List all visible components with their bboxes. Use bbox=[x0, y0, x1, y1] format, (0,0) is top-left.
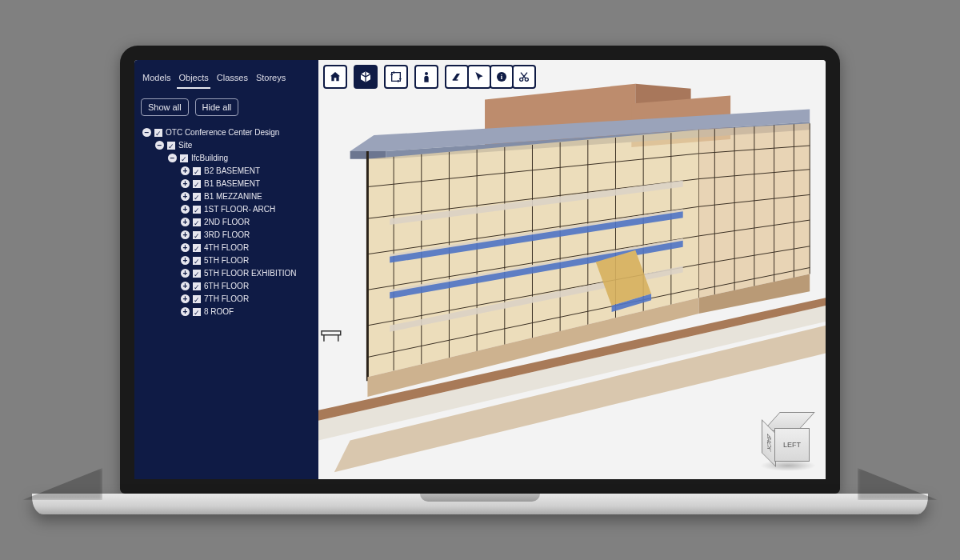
checkbox[interactable] bbox=[193, 270, 201, 278]
viewport-toolbar: i bbox=[323, 65, 536, 89]
svg-point-0 bbox=[425, 72, 428, 75]
tree-node-storey[interactable]: +8 ROOF bbox=[181, 306, 314, 318]
section-button[interactable] bbox=[384, 65, 408, 89]
visibility-actions: Show all Hide all bbox=[134, 90, 318, 122]
show-all-button[interactable]: Show all bbox=[141, 98, 189, 116]
checkbox[interactable] bbox=[193, 193, 201, 201]
checkbox[interactable] bbox=[193, 206, 201, 214]
checkbox[interactable] bbox=[193, 244, 201, 252]
tree-node-storey[interactable]: +6TH FLOOR bbox=[181, 280, 314, 292]
info-icon: i bbox=[495, 70, 508, 83]
expand-icon[interactable]: + bbox=[181, 179, 190, 188]
checkbox[interactable] bbox=[193, 257, 201, 265]
nav-cube-shadow bbox=[760, 460, 816, 471]
hide-all-button[interactable]: Hide all bbox=[195, 98, 239, 116]
expand-icon[interactable]: + bbox=[181, 282, 190, 290]
laptop-mockup: Models Objects Classes Storeys Show all … bbox=[120, 46, 840, 514]
home-button[interactable] bbox=[323, 65, 347, 89]
node-label: 8 ROOF bbox=[204, 306, 234, 318]
laptop-screen: Models Objects Classes Storeys Show all … bbox=[120, 46, 840, 494]
expand-icon[interactable]: + bbox=[181, 256, 190, 265]
checkbox[interactable] bbox=[193, 282, 201, 290]
fit-view-button[interactable] bbox=[354, 65, 378, 89]
checkbox[interactable] bbox=[193, 167, 201, 175]
checkbox[interactable] bbox=[154, 129, 162, 137]
node-label: B2 BASEMENT bbox=[204, 165, 260, 177]
node-label: 3RD FLOOR bbox=[204, 229, 250, 241]
select-icon bbox=[473, 70, 486, 83]
node-label: 1ST FLOOR- ARCH bbox=[204, 203, 275, 215]
checkbox[interactable] bbox=[193, 180, 201, 188]
node-label: Site bbox=[178, 139, 192, 151]
tree-node-storey[interactable]: +B1 BASEMENT bbox=[181, 178, 314, 190]
storeys-list: +B2 BASEMENT+B1 BASEMENT+B1 MEZZANINE+1S… bbox=[141, 165, 314, 318]
tree-node-root[interactable]: − OTC Conference Center Design bbox=[142, 126, 314, 138]
expand-icon[interactable]: + bbox=[181, 307, 190, 316]
collapse-icon[interactable]: − bbox=[142, 128, 151, 137]
section-plane-icon bbox=[390, 70, 402, 83]
checkbox[interactable] bbox=[167, 142, 175, 150]
nav-cube[interactable]: BACK LEFT bbox=[763, 412, 814, 463]
tab-models[interactable]: Models bbox=[141, 70, 172, 89]
checkbox[interactable] bbox=[193, 295, 201, 303]
checkbox[interactable] bbox=[193, 308, 201, 316]
tree-node-storey[interactable]: +1ST FLOOR- ARCH bbox=[181, 203, 314, 215]
expand-icon[interactable]: + bbox=[181, 269, 190, 278]
tree-node-site[interactable]: − Site bbox=[155, 139, 314, 151]
expand-icon[interactable]: + bbox=[181, 192, 190, 201]
laptop-hinge-notch bbox=[420, 494, 540, 502]
tree-node-storey[interactable]: +3RD FLOOR bbox=[181, 229, 314, 241]
tree-node-storey[interactable]: +5TH FLOOR EXHIBITION bbox=[181, 267, 314, 279]
collapse-icon[interactable]: − bbox=[155, 141, 164, 150]
expand-icon[interactable]: + bbox=[181, 294, 190, 303]
first-person-icon bbox=[420, 70, 433, 83]
tree-node-storey[interactable]: +B1 MEZZANINE bbox=[181, 190, 314, 202]
node-label: IfcBuilding bbox=[191, 152, 228, 164]
node-label: 5TH FLOOR bbox=[204, 254, 249, 266]
expand-icon[interactable]: + bbox=[181, 205, 190, 214]
tab-storeys[interactable]: Storeys bbox=[254, 70, 287, 89]
node-label: OTC Conference Center Design bbox=[166, 126, 279, 138]
tree-node-storey[interactable]: +7TH FLOOR bbox=[181, 293, 314, 305]
sidebar-panel: Models Objects Classes Storeys Show all … bbox=[134, 60, 318, 479]
checkbox[interactable] bbox=[193, 218, 201, 226]
hide-icon bbox=[450, 70, 463, 83]
cube-icon bbox=[359, 70, 372, 83]
checkbox[interactable] bbox=[180, 154, 188, 162]
tab-classes[interactable]: Classes bbox=[215, 70, 250, 89]
tree-node-storey[interactable]: +B2 BASEMENT bbox=[181, 165, 314, 177]
tree-node-storey[interactable]: +2ND FLOOR bbox=[181, 216, 314, 228]
viewport-3d[interactable]: i bbox=[318, 60, 826, 479]
laptop-base bbox=[32, 494, 928, 514]
bim-viewer-app: Models Objects Classes Storeys Show all … bbox=[134, 60, 826, 479]
building-render bbox=[318, 60, 826, 479]
node-label: 2ND FLOOR bbox=[204, 216, 250, 228]
tree-node-storey[interactable]: +4TH FLOOR bbox=[181, 242, 314, 254]
select-button[interactable] bbox=[467, 65, 491, 89]
webcam-dot bbox=[477, 51, 483, 58]
object-tree: − OTC Conference Center Design − Site − … bbox=[134, 122, 318, 323]
cut-button[interactable] bbox=[512, 65, 536, 89]
info-button[interactable]: i bbox=[490, 65, 514, 89]
cut-icon bbox=[518, 70, 530, 83]
node-label: B1 BASEMENT bbox=[204, 178, 260, 190]
node-label: 7TH FLOOR bbox=[204, 293, 249, 305]
node-label: 5TH FLOOR EXHIBITION bbox=[204, 267, 297, 279]
first-person-button[interactable] bbox=[414, 65, 438, 89]
node-label: 4TH FLOOR bbox=[204, 242, 249, 254]
expand-icon[interactable]: + bbox=[181, 218, 190, 226]
tab-objects[interactable]: Objects bbox=[177, 70, 210, 89]
checkbox[interactable] bbox=[193, 231, 201, 239]
expand-icon[interactable]: + bbox=[181, 230, 190, 239]
svg-rect-58 bbox=[322, 331, 341, 335]
tree-node-storey[interactable]: +5TH FLOOR bbox=[181, 254, 314, 266]
nav-cube-front[interactable]: LEFT bbox=[774, 428, 810, 462]
node-label: 6TH FLOOR bbox=[204, 280, 249, 292]
tree-node-building[interactable]: − IfcBuilding bbox=[168, 152, 314, 164]
collapse-icon[interactable]: − bbox=[168, 154, 177, 162]
expand-icon[interactable]: + bbox=[181, 166, 190, 175]
home-icon bbox=[329, 70, 342, 83]
expand-icon[interactable]: + bbox=[181, 243, 190, 252]
hide-button[interactable] bbox=[445, 65, 469, 89]
node-label: B1 MEZZANINE bbox=[204, 190, 262, 202]
